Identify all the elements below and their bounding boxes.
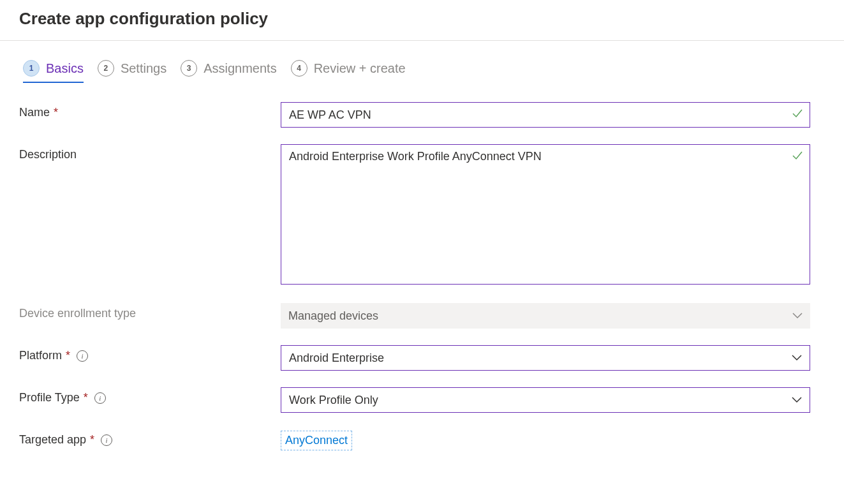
description-textarea[interactable] bbox=[281, 144, 810, 285]
info-icon[interactable]: i bbox=[77, 350, 88, 362]
row-platform: Platform * i Android Enterprise bbox=[19, 345, 825, 371]
chevron-down-icon bbox=[792, 313, 803, 319]
platform-select[interactable]: Android Enterprise bbox=[281, 345, 810, 371]
row-name: Name * bbox=[19, 102, 825, 128]
tab-step-number: 3 bbox=[181, 60, 197, 77]
targeted-app-link[interactable]: AnyConnect bbox=[281, 431, 352, 450]
content-area: 1 Basics 2 Settings 3 Assignments 4 Revi… bbox=[0, 41, 844, 450]
required-marker: * bbox=[90, 433, 94, 447]
label-profile-type: Profile Type * i bbox=[19, 387, 281, 404]
label-device-enrollment: Device enrollment type bbox=[19, 303, 281, 320]
tab-assignments[interactable]: 3 Assignments bbox=[181, 60, 277, 83]
tab-label: Basics bbox=[46, 61, 84, 76]
tab-label: Settings bbox=[121, 61, 167, 76]
info-icon[interactable]: i bbox=[101, 434, 112, 446]
row-targeted-app: Targeted app * i AnyConnect bbox=[19, 429, 825, 450]
tab-settings[interactable]: 2 Settings bbox=[98, 60, 167, 83]
required-marker: * bbox=[54, 106, 58, 119]
required-marker: * bbox=[84, 391, 88, 404]
device-enrollment-select: Managed devices bbox=[281, 303, 810, 329]
chevron-down-icon bbox=[792, 397, 802, 403]
info-icon[interactable]: i bbox=[94, 392, 106, 404]
tab-step-number: 2 bbox=[98, 60, 114, 77]
row-description: Description bbox=[19, 144, 825, 286]
label-platform: Platform * i bbox=[19, 345, 281, 362]
chevron-down-icon bbox=[792, 355, 802, 361]
name-input[interactable] bbox=[281, 102, 810, 128]
page-header: Create app configuration policy bbox=[0, 0, 844, 41]
tab-step-number: 4 bbox=[291, 60, 307, 77]
row-profile-type: Profile Type * i Work Profile Only bbox=[19, 387, 825, 413]
tab-step-number: 1 bbox=[23, 60, 40, 77]
required-marker: * bbox=[66, 349, 70, 362]
page-title: Create app configuration policy bbox=[19, 9, 825, 29]
label-targeted-app: Targeted app * i bbox=[19, 429, 281, 447]
tab-review-create[interactable]: 4 Review + create bbox=[291, 60, 406, 83]
profile-type-select[interactable]: Work Profile Only bbox=[281, 387, 810, 413]
tab-label: Review + create bbox=[314, 61, 406, 76]
label-description: Description bbox=[19, 144, 281, 161]
tab-label: Assignments bbox=[204, 61, 277, 76]
row-device-enrollment: Device enrollment type Managed devices bbox=[19, 303, 825, 329]
tab-basics[interactable]: 1 Basics bbox=[23, 60, 84, 83]
label-name: Name * bbox=[19, 102, 281, 119]
wizard-tabs: 1 Basics 2 Settings 3 Assignments 4 Revi… bbox=[19, 41, 825, 83]
